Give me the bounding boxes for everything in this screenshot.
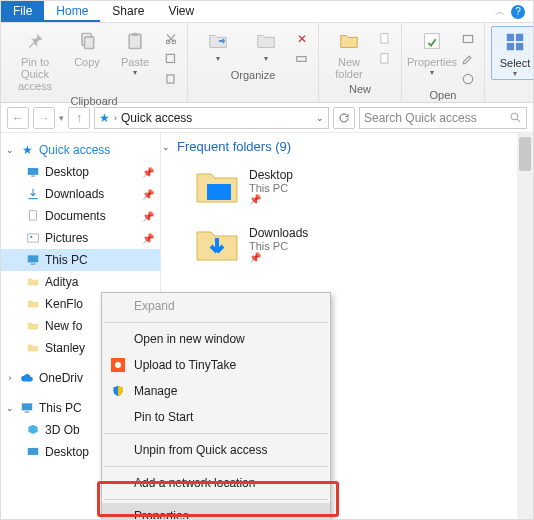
svg-rect-21	[30, 211, 37, 220]
chevron-right-icon: ›	[5, 373, 15, 383]
refresh-button[interactable]	[333, 107, 355, 129]
sidebar-item-documents[interactable]: Documents📌	[1, 205, 160, 227]
delete-icon[interactable]: ✕	[292, 30, 312, 48]
breadcrumb-dropdown-icon[interactable]: ⌄	[316, 113, 324, 123]
new-folder-button[interactable]: New folder	[325, 26, 373, 82]
properties-button[interactable]: Properties ▾	[408, 26, 456, 78]
tab-home[interactable]: Home	[44, 1, 100, 22]
svg-rect-16	[507, 43, 514, 50]
up-button[interactable]: ↑	[68, 107, 90, 129]
svg-rect-22	[28, 234, 39, 242]
paste-shortcut-icon[interactable]	[161, 70, 181, 88]
svg-point-13	[463, 74, 472, 83]
cut-icon[interactable]	[161, 30, 181, 48]
chevron-down-icon: ⌄	[5, 145, 15, 155]
tinytake-icon	[110, 357, 126, 373]
ctx-unpin-quick-access[interactable]: Unpin from Quick access	[102, 437, 330, 463]
ctx-open-new-window[interactable]: Open in new window	[102, 326, 330, 352]
3d-icon	[25, 422, 41, 438]
pin-to-quick-access-button[interactable]: Pin to Quick access	[7, 26, 63, 94]
tab-bar: File Home Share View ︿ ?	[1, 1, 533, 23]
folder-icon	[25, 340, 41, 356]
svg-rect-29	[207, 184, 231, 200]
folder-icon	[25, 296, 41, 312]
open-icon[interactable]	[458, 30, 478, 48]
back-button[interactable]: ←	[7, 107, 29, 129]
tab-share[interactable]: Share	[100, 1, 156, 22]
ctx-pin-to-start[interactable]: Pin to Start	[102, 404, 330, 430]
copy-button[interactable]: Copy	[63, 26, 111, 70]
tab-file[interactable]: File	[1, 1, 44, 22]
svg-rect-17	[516, 43, 523, 50]
sidebar-item-this-pc-pinned[interactable]: This PC	[1, 249, 160, 271]
copy-path-icon[interactable]	[161, 50, 181, 68]
frequent-folders-header[interactable]: ⌄ Frequent folders (9)	[161, 133, 533, 162]
svg-rect-9	[381, 34, 388, 43]
pin-icon: 📌	[249, 252, 308, 263]
folder-item-desktop[interactable]: Desktop This PC 📌	[161, 162, 533, 220]
desktop-icon	[25, 444, 41, 460]
svg-rect-27	[25, 412, 30, 413]
pictures-icon	[25, 230, 41, 246]
group-label-new: New	[325, 82, 395, 96]
help-icon[interactable]: ?	[511, 5, 525, 19]
dropdown-caret-icon: ▾	[133, 70, 137, 76]
sidebar-item-folder[interactable]: Aditya	[1, 271, 160, 293]
folder-item-downloads[interactable]: Downloads This PC 📌	[161, 220, 533, 278]
sidebar-item-pictures[interactable]: Pictures📌	[1, 227, 160, 249]
svg-rect-15	[516, 34, 523, 41]
easy-access-icon[interactable]	[375, 50, 395, 68]
breadcrumb[interactable]: ★ › Quick access ⌄	[94, 107, 329, 129]
sidebar-item-downloads[interactable]: Downloads📌	[1, 183, 160, 205]
svg-rect-11	[425, 34, 440, 49]
new-item-icon[interactable]	[375, 30, 395, 48]
ctx-expand: Expand	[102, 293, 330, 319]
svg-point-18	[511, 113, 518, 120]
ctx-manage[interactable]: Manage	[102, 378, 330, 404]
svg-rect-6	[166, 54, 174, 62]
rename-icon[interactable]	[292, 50, 312, 68]
svg-rect-8	[297, 57, 306, 62]
select-button[interactable]: Select ▾	[491, 26, 534, 80]
ctx-properties[interactable]: Properties	[102, 503, 330, 520]
chevron-up-icon[interactable]: ︿	[495, 5, 505, 19]
group-label-clipboard: Clipboard	[7, 94, 181, 108]
svg-rect-25	[31, 264, 36, 265]
group-label-select	[491, 80, 534, 82]
svg-rect-12	[463, 36, 472, 43]
history-icon[interactable]	[458, 70, 478, 88]
copy-icon	[73, 28, 101, 54]
copy-to-button[interactable]: ▾	[242, 26, 290, 64]
tab-view[interactable]: View	[156, 1, 206, 22]
copy-to-icon	[252, 28, 280, 54]
recent-locations-caret[interactable]: ▾	[59, 113, 64, 123]
chevron-down-icon: ⌄	[5, 403, 15, 413]
pin-icon: 📌	[249, 194, 293, 205]
sidebar-item-desktop[interactable]: Desktop📌	[1, 161, 160, 183]
select-all-icon	[501, 29, 529, 55]
svg-rect-3	[133, 33, 138, 36]
sidebar-quick-access[interactable]: ⌄ ★ Quick access	[1, 139, 160, 161]
move-to-button[interactable]: ▾	[194, 26, 242, 64]
star-icon: ★	[19, 142, 35, 158]
ctx-upload-tinytake[interactable]: Upload to TinyTake	[102, 352, 330, 378]
search-placeholder: Search Quick access	[364, 111, 505, 125]
cloud-icon	[19, 370, 35, 386]
folder-icon	[25, 318, 41, 334]
svg-rect-7	[167, 75, 174, 83]
paste-icon	[121, 28, 149, 54]
folder-icon	[25, 274, 41, 290]
search-icon	[509, 111, 522, 124]
svg-rect-26	[22, 403, 33, 410]
svg-rect-14	[507, 34, 514, 41]
paste-button[interactable]: Paste ▾	[111, 26, 159, 78]
search-input[interactable]: Search Quick access	[359, 107, 527, 129]
desktop-icon	[25, 164, 41, 180]
shield-icon	[110, 383, 126, 399]
forward-button[interactable]: →	[33, 107, 55, 129]
ctx-add-network-location[interactable]: Add a network location	[102, 470, 330, 496]
vertical-scrollbar[interactable]	[517, 133, 533, 519]
ribbon: Pin to Quick access Copy Paste ▾ Clipbo	[1, 23, 533, 103]
edit-icon[interactable]	[458, 50, 478, 68]
group-label-open: Open	[408, 88, 478, 102]
